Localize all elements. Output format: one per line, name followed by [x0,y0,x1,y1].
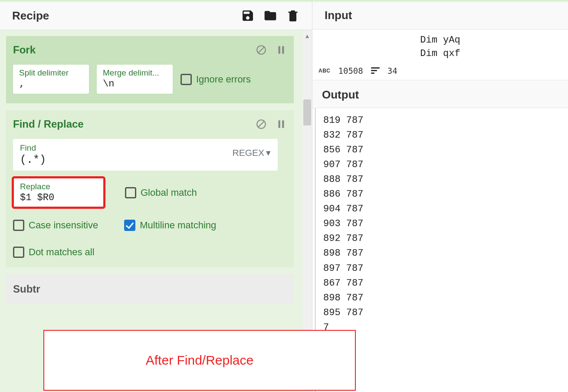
find-field[interactable]: Find (.*) REGEX ▾ [13,139,278,171]
line-count-value: 34 [387,66,397,76]
scroll-thumb[interactable] [303,99,311,125]
output-line: 856 787 [323,143,560,158]
operation-fork[interactable]: Fork Split delimiter , Merge delimit... … [6,36,294,103]
input-line: Dim qxf [320,47,560,61]
disable-icon[interactable] [256,44,267,56]
annotation-text: After Find/Replace [146,353,253,368]
pause-icon[interactable] [276,119,287,130]
global-match-label: Global match [141,187,197,198]
trash-icon[interactable] [286,9,300,23]
svg-line-5 [259,122,264,127]
output-line: 903 787 [323,217,560,231]
dot-matches-label: Dot matches all [29,247,95,258]
output-line: 895 787 [323,306,560,320]
svg-rect-7 [282,120,284,128]
output-header: Output [312,80,568,108]
operation-subtract[interactable]: Subtr [6,274,294,304]
output-line: 7 [323,335,560,350]
checkbox-icon [13,220,24,231]
svg-rect-2 [279,46,280,53]
output-line: 7 [323,365,560,379]
line-count-icon [371,67,380,74]
case-insensitive-label: Case insensitive [29,220,98,231]
output-line: 7 [323,320,560,335]
output-title: Output [322,88,558,102]
folder-icon[interactable] [263,9,277,23]
svg-rect-6 [279,120,280,128]
output-line: 904 787 [323,202,560,217]
caret-down-icon: ▾ [266,148,271,158]
split-delimiter-value: , [19,79,83,89]
svg-line-1 [259,47,264,53]
recipe-title: Recipe [12,9,49,23]
case-insensitive-checkbox[interactable]: Case insensitive [13,220,98,231]
output-line: 898 787 [323,246,560,261]
output-line: 897 787 [323,261,560,276]
fork-title: Fork [13,44,36,56]
ignore-errors-checkbox[interactable]: Ignore errors [181,74,251,85]
input-stats: ABC 10508 34 [312,63,568,80]
find-label: Find [20,143,46,153]
checkbox-checked-icon [124,220,135,231]
save-icon[interactable] [241,9,255,23]
split-delimiter-field[interactable]: Split delimiter , [13,65,89,94]
replace-value: $1 $R0 [20,192,97,203]
regex-type-selector[interactable]: REGEX ▾ [232,148,271,158]
output-line: 832 787 [323,128,560,143]
recipe-header: Recipe [0,2,312,30]
find-replace-title: Find / Replace [13,118,84,130]
checkbox-icon [181,74,192,85]
multiline-checkbox[interactable]: Multiline matching [124,220,216,231]
merge-delimiter-label: Merge delimit... [103,68,167,78]
output-line: 819 787 [323,113,560,128]
annotation-overlay: After Find/Replace [43,330,356,391]
subtract-title: Subtr [13,283,287,295]
svg-rect-3 [282,46,284,53]
output-line: 907 787 [323,158,560,172]
merge-delimiter-field[interactable]: Merge delimit... \n [97,65,173,94]
find-value: (.*) [20,154,46,166]
char-count-icon: ABC [318,68,331,74]
input-header: Input [312,2,568,30]
split-delimiter-label: Split delimiter [19,68,83,78]
output-line: 886 787 [323,187,560,202]
global-match-checkbox[interactable]: Global match [125,187,197,198]
input-line: Dim yAq [320,34,560,47]
scroll-up-icon[interactable]: ▴ [302,30,312,42]
replace-field[interactable]: Replace $1 $R0 [13,178,104,208]
regex-type-label: REGEX [232,148,264,158]
replace-label: Replace [20,182,97,191]
output-line: 892 787 [323,231,560,246]
multiline-label: Multiline matching [140,220,216,231]
checkbox-icon [13,247,24,258]
char-count-value: 10508 [338,66,363,76]
output-line: 898 787 [323,291,560,306]
checkbox-icon [125,187,136,198]
input-text[interactable]: Dim yAq Dim qxf [312,30,568,63]
ignore-errors-label: Ignore errors [196,74,251,85]
input-title: Input [325,9,352,22]
disable-icon[interactable] [256,119,267,130]
output-line: 7 [323,350,560,365]
pause-icon[interactable] [276,44,287,56]
output-line: 867 787 [323,276,560,291]
operation-find-replace[interactable]: Find / Replace Find (.*) REGEX [6,110,294,267]
merge-delimiter-value: \n [103,79,167,89]
dot-matches-all-checkbox[interactable]: Dot matches all [13,247,287,258]
output-line: 888 787 [323,172,560,187]
